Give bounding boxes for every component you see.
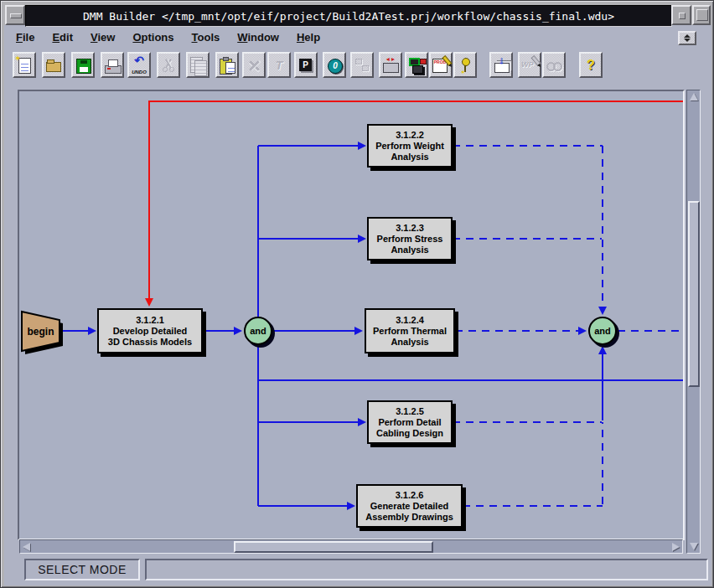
save-button[interactable] bbox=[71, 52, 95, 78]
task-3122[interactable]: 3.1.2.2 Perform Weight Analysis bbox=[367, 124, 453, 168]
copy-icon bbox=[188, 55, 208, 75]
windows-icon bbox=[406, 55, 427, 75]
scroll-down-icon[interactable] bbox=[690, 543, 698, 550]
import-button[interactable]: ↓ bbox=[489, 52, 513, 78]
pushpin-icon: ✶ bbox=[455, 55, 475, 75]
menu-bar: File Edit View Options Tools Window Help bbox=[4, 25, 711, 49]
open-button[interactable] bbox=[42, 52, 65, 78]
horizontal-scrollbar[interactable] bbox=[19, 539, 683, 554]
and-gateway-left[interactable]: and bbox=[244, 317, 272, 345]
maximize-icon bbox=[696, 9, 708, 21]
task-3124[interactable]: 3.1.2.4 Perform Thermal Analysis bbox=[365, 308, 455, 353]
open-folder-icon bbox=[44, 55, 64, 75]
toolbox-icon: ◂ ▸ bbox=[380, 55, 401, 75]
help-button[interactable]: ? bbox=[579, 52, 603, 78]
scroll-left-icon[interactable] bbox=[23, 543, 30, 551]
copy-button[interactable] bbox=[186, 52, 210, 78]
toolbar: ✶ ↶UNDO T P 0 bbox=[4, 49, 711, 83]
vertical-scrollbar[interactable] bbox=[686, 90, 701, 554]
menu-spinner[interactable] bbox=[678, 31, 696, 45]
delete-icon bbox=[244, 55, 264, 75]
link-tool-icon bbox=[544, 55, 564, 75]
delete-button[interactable] bbox=[242, 52, 266, 78]
problem-editor-button[interactable]: PROB bbox=[429, 52, 453, 78]
title-bar[interactable]: DMM Builder </tmp_mnt/opt/eif/project/Bu… bbox=[25, 5, 672, 27]
help-icon: ? bbox=[581, 55, 601, 75]
menu-file[interactable]: File bbox=[16, 31, 34, 44]
windows-button[interactable] bbox=[405, 52, 428, 78]
spinner-down-icon bbox=[684, 39, 691, 42]
text-tool-icon: T bbox=[269, 55, 289, 75]
pushpin-button[interactable]: ✶ bbox=[453, 52, 477, 78]
process-tool-button[interactable]: P bbox=[294, 52, 318, 78]
message-status-panel bbox=[145, 559, 708, 580]
canvas-frame: begin 3.1.2.1 Develop Detailed 3D Chassi… bbox=[18, 90, 685, 540]
maximize-button[interactable] bbox=[692, 5, 711, 25]
undo-button[interactable]: ↶UNDO bbox=[127, 52, 151, 78]
task-3121[interactable]: 3.1.2.1 Develop Detailed 3D Chassis Mode… bbox=[97, 308, 203, 353]
branch-tool-button[interactable] bbox=[350, 52, 374, 78]
vertical-scrollbar-thumb[interactable] bbox=[688, 201, 700, 387]
paste-button[interactable] bbox=[215, 52, 239, 78]
mode-status-panel: SELECT MODE bbox=[24, 559, 140, 580]
minimize-button[interactable] bbox=[671, 5, 691, 25]
window-title: DMM Builder </tmp_mnt/opt/eif/project/Bu… bbox=[83, 10, 614, 23]
menu-window[interactable]: Window bbox=[237, 31, 279, 44]
and-gateway-right[interactable]: and bbox=[588, 317, 617, 345]
paste-icon bbox=[217, 55, 237, 75]
save-icon bbox=[73, 55, 93, 75]
link-tool-button[interactable] bbox=[542, 52, 566, 78]
process-tool-icon: P bbox=[296, 55, 316, 75]
scroll-right-icon[interactable] bbox=[672, 543, 680, 551]
menu-edit[interactable]: Edit bbox=[52, 31, 73, 44]
menu-tools[interactable]: Tools bbox=[192, 31, 220, 44]
window-menu-dash-icon bbox=[10, 13, 22, 18]
new-document-icon: ✶ bbox=[14, 55, 34, 75]
menu-view[interactable]: View bbox=[91, 31, 115, 44]
window-menu-button[interactable] bbox=[5, 5, 25, 25]
start-node[interactable]: begin bbox=[22, 312, 60, 351]
menu-help[interactable]: Help bbox=[297, 31, 320, 44]
mode-status-text: SELECT MODE bbox=[38, 563, 127, 576]
task-3125[interactable]: 3.1.2.5 Perform Detail Cabling Design bbox=[367, 400, 453, 444]
annotate-tool-button[interactable]: WP bbox=[518, 52, 541, 78]
scroll-up-icon[interactable] bbox=[690, 93, 698, 101]
new-button[interactable]: ✶ bbox=[13, 52, 36, 78]
menu-options[interactable]: Options bbox=[132, 31, 173, 44]
task-3126[interactable]: 3.1.2.6 Generate Detailed Assembly Drawi… bbox=[356, 484, 463, 528]
spinner-up-icon bbox=[684, 34, 691, 38]
cut-button[interactable] bbox=[157, 52, 180, 78]
workflow-canvas[interactable]: begin 3.1.2.1 Develop Detailed 3D Chassi… bbox=[19, 91, 683, 539]
horizontal-scrollbar-thumb[interactable] bbox=[234, 541, 433, 553]
text-tool-button[interactable]: T bbox=[267, 52, 291, 78]
minimize-icon bbox=[679, 13, 686, 19]
print-button[interactable] bbox=[101, 52, 124, 78]
print-icon bbox=[102, 55, 122, 75]
problem-editor-icon: PROB bbox=[431, 55, 451, 75]
branch-tool-icon bbox=[352, 55, 372, 75]
zero-tool-icon: 0 bbox=[324, 55, 344, 75]
cut-icon bbox=[158, 55, 178, 75]
zero-tool-button[interactable]: 0 bbox=[323, 52, 346, 78]
toolbox-button[interactable]: ◂ ▸ bbox=[379, 52, 402, 78]
dmm-builder-window: DMM Builder </tmp_mnt/opt/eif/project/Bu… bbox=[0, 0, 714, 588]
annotate-tool-icon: WP bbox=[520, 55, 540, 75]
undo-icon: ↶UNDO bbox=[129, 55, 149, 75]
import-icon: ↓ bbox=[491, 55, 511, 75]
task-3123[interactable]: 3.1.2.3 Perform Stress Analysis bbox=[367, 217, 453, 260]
